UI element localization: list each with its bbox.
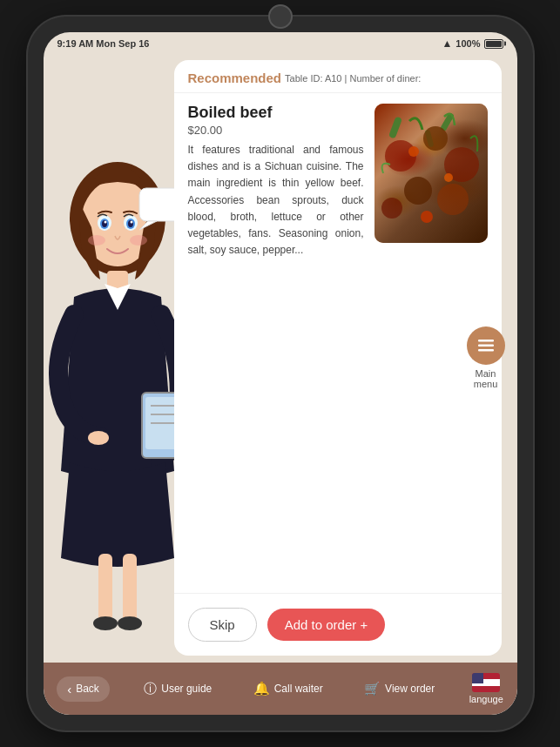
status-bar: 9:19 AM Mon Sep 16 ▲ 100% <box>44 32 517 53</box>
dish-image <box>374 104 488 243</box>
svg-point-21 <box>118 616 142 630</box>
nav-view-order[interactable]: 🛒 View order <box>357 677 442 700</box>
svg-point-30 <box>408 146 419 157</box>
svg-point-25 <box>423 126 448 151</box>
svg-point-28 <box>437 184 469 215</box>
svg-rect-34 <box>478 345 494 347</box>
svg-point-27 <box>404 177 432 205</box>
battery-percent: 100% <box>455 38 480 49</box>
nav-back[interactable]: ‹ Back <box>57 676 110 702</box>
battery-icon <box>484 39 503 49</box>
svg-point-16 <box>88 235 105 246</box>
skip-button[interactable]: Skip <box>188 608 257 642</box>
dish-section: Boiled beef $20.00 It features tradition… <box>188 104 488 259</box>
cart-icon: 🛒 <box>364 681 381 697</box>
svg-rect-19 <box>123 554 137 623</box>
panel-actions: Skip Add to order + <box>174 593 502 656</box>
main-menu-icon <box>467 326 505 365</box>
svg-rect-18 <box>98 554 112 623</box>
info-icon: ⓘ <box>144 681 157 697</box>
svg-point-20 <box>93 616 118 630</box>
bell-icon: 🔔 <box>253 681 270 697</box>
language-label: languge <box>469 694 503 704</box>
user-guide-label: User guide <box>161 683 212 695</box>
status-right: ▲ 100% <box>442 37 503 50</box>
device-screen: 9:19 AM Mon Sep 16 ▲ 100% <box>44 32 517 715</box>
main-content: Recommended Table ID: A10 | Number of di… <box>44 53 517 663</box>
add-to-order-button[interactable]: Add to order + <box>267 609 385 641</box>
food-photo <box>374 104 488 243</box>
panel-body: Boiled beef $20.00 It features tradition… <box>174 93 502 593</box>
svg-rect-33 <box>478 340 494 342</box>
svg-point-31 <box>444 173 453 182</box>
flag-icon <box>472 673 500 692</box>
dish-text: Boiled beef $20.00 It features tradition… <box>188 104 364 259</box>
tablet-device: 9:19 AM Mon Sep 16 ▲ 100% <box>28 17 533 730</box>
dish-description: It features traditional and famous dishe… <box>188 142 364 259</box>
nav-language[interactable]: languge <box>469 673 503 704</box>
table-info: Table ID: A10 | Number of diner: <box>285 73 421 84</box>
bottom-nav: ‹ Back ⓘ User guide 🔔 Call waiter 🛒 View… <box>44 663 517 715</box>
panel-header: Recommended Table ID: A10 | Number of di… <box>174 60 502 93</box>
svg-point-29 <box>381 198 402 219</box>
view-order-label: View order <box>385 683 435 695</box>
home-button[interactable] <box>268 4 293 29</box>
svg-point-32 <box>421 211 433 223</box>
wifi-icon: ▲ <box>442 37 452 50</box>
main-menu-button[interactable]: Mainmenu <box>467 326 505 389</box>
back-label: Back <box>76 683 99 695</box>
svg-rect-35 <box>478 349 494 352</box>
main-menu-label: Mainmenu <box>474 368 498 389</box>
dish-price: $20.00 <box>188 124 364 137</box>
call-waiter-label: Call waiter <box>274 683 323 695</box>
nav-call-waiter[interactable]: 🔔 Call waiter <box>246 677 330 700</box>
content-panel: Recommended Table ID: A10 | Number of di… <box>174 60 502 656</box>
svg-point-22 <box>88 431 109 445</box>
svg-point-17 <box>130 235 147 246</box>
nav-user-guide[interactable]: ⓘ User guide <box>137 677 219 701</box>
svg-point-14 <box>104 221 106 224</box>
back-icon: ‹ <box>67 682 71 697</box>
dish-name: Boiled beef <box>188 104 364 122</box>
status-time: 9:19 AM Mon Sep 16 <box>57 38 150 49</box>
recommended-label: Recommended <box>188 71 282 85</box>
svg-point-15 <box>130 221 132 224</box>
